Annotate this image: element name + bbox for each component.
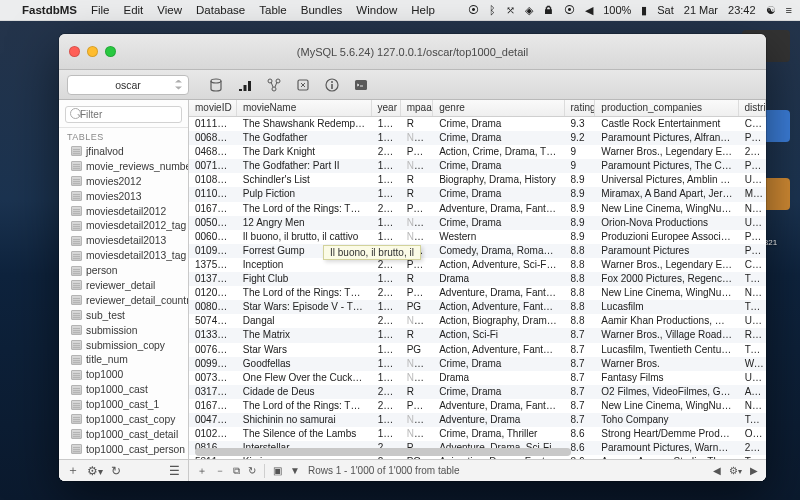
table-row[interactable]: 1375666Inception2010PG-13Action, Adventu… bbox=[189, 258, 766, 272]
table-row[interactable]: 0109830Forrest Gump1994PG-13Comedy, Dram… bbox=[189, 244, 766, 258]
sidebar-table-item[interactable]: reviewer_detail_country bbox=[59, 293, 188, 308]
relations-tab-icon[interactable] bbox=[261, 72, 286, 97]
menu-file[interactable]: File bbox=[91, 4, 110, 16]
menu-help[interactable]: Help bbox=[411, 4, 435, 16]
table-row[interactable]: 0108052Schindler's List1993RBiography, D… bbox=[189, 173, 766, 187]
menu-window[interactable]: Window bbox=[356, 4, 397, 16]
sidebar-table-item[interactable]: moviesdetail2013 bbox=[59, 233, 188, 248]
table-row[interactable]: 005008312 Angry Men1957NULLCrime, Drama8… bbox=[189, 216, 766, 230]
table-row[interactable]: 0102926The Silence of the Lambs1991NULLC… bbox=[189, 427, 766, 441]
refresh-button[interactable]: ↻ bbox=[111, 464, 121, 478]
sidebar-table-item[interactable]: jfinalvod bbox=[59, 144, 188, 159]
sidebar-table-item[interactable]: submission bbox=[59, 323, 188, 338]
refresh-rows-button[interactable]: ↻ bbox=[248, 465, 256, 476]
sidebar-table-item[interactable]: top1000_cast bbox=[59, 382, 188, 397]
sidebar-table-item[interactable]: top1000_cast_person bbox=[59, 442, 188, 457]
triggers-tab-icon[interactable] bbox=[290, 72, 315, 97]
window-titlebar[interactable]: (MySQL 5.6.24) 127.0.0.1/oscar/top1000_d… bbox=[59, 34, 766, 70]
col-year[interactable]: year bbox=[372, 100, 401, 116]
duplicate-row-button[interactable]: ⧉ bbox=[233, 465, 240, 477]
sidebar-table-item[interactable]: top1000_cast_copy bbox=[59, 412, 188, 427]
query-tab-icon[interactable] bbox=[348, 72, 373, 97]
remove-row-button[interactable]: － bbox=[215, 464, 225, 478]
add-row-button[interactable]: ＋ bbox=[197, 464, 207, 478]
wifi-icon[interactable]: ⦿ bbox=[564, 4, 575, 16]
diamond-icon[interactable]: ◈ bbox=[525, 4, 533, 17]
table-row[interactable]: 5074352Dangal2016NULLAction, Biography, … bbox=[189, 314, 766, 328]
table-row[interactable]: 0111161The Shawshank Redemption1994RCrim… bbox=[189, 117, 766, 131]
table-row[interactable]: 0073486One Flew Over the Cuckoo's Nest19… bbox=[189, 371, 766, 385]
spotlight-icon[interactable]: ☯ bbox=[766, 4, 776, 17]
sidebar-table-item[interactable]: moviesdetail2013_tag bbox=[59, 248, 188, 263]
sidebar-table-item[interactable]: reviewer_detail bbox=[59, 278, 188, 293]
sidebar-table-item[interactable]: person bbox=[59, 263, 188, 278]
table-row[interactable]: 0047478Shichinin no samurai1954NULLAdven… bbox=[189, 413, 766, 427]
sidebar-table-item[interactable]: moviesdetail2012_tag bbox=[59, 218, 188, 233]
fullscreen-button[interactable] bbox=[105, 46, 116, 57]
sidebar-table-item[interactable]: movies2013 bbox=[59, 189, 188, 204]
sidebar-table-item[interactable]: title_num bbox=[59, 352, 188, 367]
lock-icon[interactable]: 🔒︎ bbox=[543, 4, 554, 16]
menu-database[interactable]: Database bbox=[196, 4, 245, 16]
table-row[interactable]: 0317248Cidade de Deus2002RCrime, Drama8.… bbox=[189, 385, 766, 399]
gear-menu-icon[interactable]: ⚙︎▾ bbox=[729, 465, 742, 476]
filter-input[interactable] bbox=[65, 106, 182, 123]
table-row[interactable]: 0099685Goodfellas1990NULLCrime, Drama8.7… bbox=[189, 357, 766, 371]
menu-edit[interactable]: Edit bbox=[123, 4, 143, 16]
menu-table[interactable]: Table bbox=[259, 4, 287, 16]
minimize-button[interactable] bbox=[87, 46, 98, 57]
table-row[interactable]: 0167260The Lord of the Rings: The Return… bbox=[189, 202, 766, 216]
gear-icon[interactable]: ⚙︎▾ bbox=[87, 464, 103, 478]
table-row[interactable]: 0167261The Lord of the Rings: The Two To… bbox=[189, 399, 766, 413]
sidebar-table-item[interactable]: movies2012 bbox=[59, 174, 188, 189]
content-tab-icon[interactable] bbox=[232, 72, 257, 97]
sidebar-table-item[interactable]: top1000_cast_1 bbox=[59, 397, 188, 412]
col-production[interactable]: production_companies bbox=[595, 100, 738, 116]
sidebar-table-item[interactable]: submission_copy bbox=[59, 338, 188, 353]
sidebar-table-item[interactable]: moviesdetail2012 bbox=[59, 204, 188, 219]
prev-page-button[interactable]: ◀ bbox=[713, 465, 721, 476]
volume-icon[interactable]: ◀︎ bbox=[585, 4, 593, 17]
notification-center-icon[interactable]: ≡ bbox=[786, 4, 792, 16]
console-icon[interactable]: ▣ bbox=[273, 465, 282, 476]
col-genre[interactable]: genre bbox=[433, 100, 564, 116]
close-button[interactable] bbox=[69, 46, 80, 57]
bluetooth-icon[interactable]: ᛒ bbox=[489, 4, 496, 16]
next-page-button[interactable]: ▶ bbox=[750, 465, 758, 476]
sidebar-table-item[interactable]: sub_test bbox=[59, 308, 188, 323]
table-row[interactable]: 0137523Fight Club1999RDrama8.8Fox 2000 P… bbox=[189, 272, 766, 286]
col-movieid[interactable]: movieID bbox=[189, 100, 237, 116]
database-selector[interactable]: oscar bbox=[67, 75, 189, 95]
table-row[interactable]: 0110912Pulp Fiction1994RCrime, Drama8.9M… bbox=[189, 187, 766, 201]
app-menu[interactable]: FastdbMS bbox=[22, 4, 77, 16]
menu-bundles[interactable]: Bundles bbox=[301, 4, 343, 16]
sync-icon[interactable]: ⤱ bbox=[506, 4, 515, 17]
sidebar-table-item[interactable]: top1000_cast_detail bbox=[59, 427, 188, 442]
table-row[interactable]: 0080684Star Wars: Episode V - The Empire… bbox=[189, 300, 766, 314]
col-mpaa[interactable]: mpaa bbox=[401, 100, 434, 116]
tables-list[interactable]: jfinalvodmovie_reviews_numbermovies2012m… bbox=[59, 144, 188, 459]
table-row[interactable]: 0120737The Lord of the Rings: The Fellow… bbox=[189, 286, 766, 300]
filter-icon[interactable]: ▼ bbox=[290, 465, 300, 476]
table-row[interactable]: 0468569The Dark Knight2008PG-13Action, C… bbox=[189, 145, 766, 159]
battery-icon[interactable]: ▮ bbox=[641, 4, 647, 17]
structure-tab-icon[interactable] bbox=[203, 72, 228, 97]
table-header[interactable]: movieID movieName year mpaa genre rating… bbox=[189, 100, 766, 117]
menu-view[interactable]: View bbox=[157, 4, 182, 16]
table-row[interactable]: 0133093The Matrix1999RAction, Sci-Fi8.7W… bbox=[189, 328, 766, 342]
horizontal-scrollbar[interactable] bbox=[195, 448, 748, 457]
sidebar-menu-icon[interactable]: ☰ bbox=[169, 464, 180, 478]
table-row[interactable]: 0068646The Godfather1972NULLCrime, Drama… bbox=[189, 131, 766, 145]
fastscripts-icon[interactable]: ⦿ bbox=[468, 4, 479, 16]
table-row[interactable]: 0060196Il buono, il brutto, il cattivo19… bbox=[189, 230, 766, 244]
sidebar-table-item[interactable]: top1000 bbox=[59, 367, 188, 382]
table-row[interactable]: 0076759Star Wars1977PGAction, Adventure,… bbox=[189, 343, 766, 357]
col-moviename[interactable]: movieName bbox=[237, 100, 372, 116]
table-row[interactable]: 0071562The Godfather: Part II1974NULLCri… bbox=[189, 159, 766, 173]
table-rows[interactable]: 0111161The Shawshank Redemption1994RCrim… bbox=[189, 117, 766, 459]
add-table-button[interactable]: ＋ bbox=[67, 462, 79, 479]
sidebar-table-item[interactable]: movie_reviews_number bbox=[59, 159, 188, 174]
col-rating[interactable]: rating bbox=[565, 100, 596, 116]
col-distributors[interactable]: distri bbox=[739, 100, 766, 116]
info-tab-icon[interactable] bbox=[319, 72, 344, 97]
